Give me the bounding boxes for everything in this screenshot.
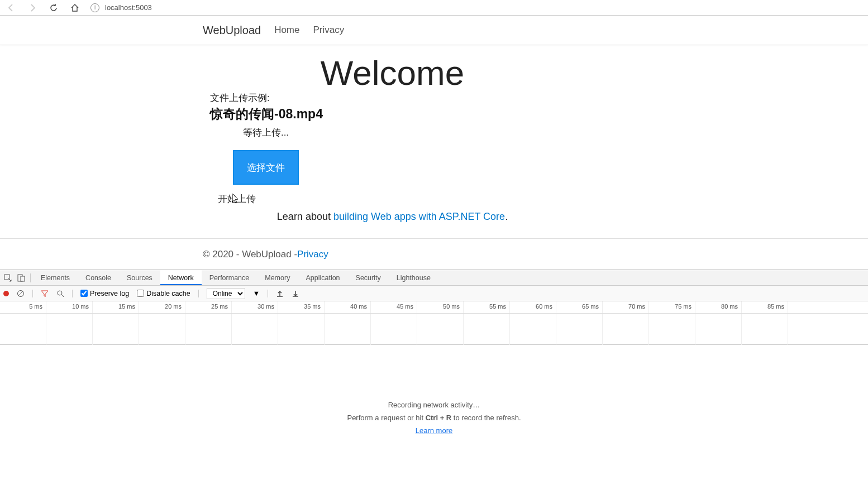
timeline-lane bbox=[185, 314, 232, 345]
empty-hint: Perform a request or hit Ctrl + R to rec… bbox=[347, 414, 521, 422]
timeline-lane bbox=[325, 314, 371, 345]
upload-section: 文件上传示例: 惊奇的传闻-08.mp4 等待上传... 选择文件 开始上传 bbox=[210, 92, 322, 205]
timeline-lane bbox=[417, 314, 464, 345]
timeline-lane bbox=[0, 314, 46, 345]
footer-privacy-link[interactable]: Privacy bbox=[297, 249, 328, 260]
url-text: localhost:5003 bbox=[105, 3, 152, 12]
timeline-tick: 5 ms bbox=[0, 301, 46, 313]
site-info-icon[interactable]: i bbox=[90, 3, 99, 12]
inspect-icon[interactable] bbox=[1, 273, 15, 282]
timeline-tick: 80 ms bbox=[695, 301, 742, 313]
home-icon[interactable] bbox=[70, 3, 79, 12]
disable-cache-label: Disable cache bbox=[146, 290, 190, 297]
timeline-lane bbox=[46, 314, 93, 345]
timeline-tick: 25 ms bbox=[185, 301, 232, 313]
learn-link[interactable]: building Web apps with ASP.NET Core bbox=[333, 211, 505, 222]
tab-network[interactable]: Network bbox=[160, 270, 202, 285]
timeline-lane bbox=[510, 314, 556, 345]
timeline-tick: 10 ms bbox=[46, 301, 93, 313]
disable-cache-checkbox[interactable]: Disable cache bbox=[137, 290, 190, 297]
preserve-log-checkbox[interactable]: Preserve log bbox=[80, 290, 129, 297]
address-bar[interactable]: i localhost:5003 bbox=[90, 3, 152, 12]
timeline-tick: 70 ms bbox=[603, 301, 649, 313]
filter-icon[interactable] bbox=[41, 290, 49, 297]
learn-suffix: . bbox=[505, 211, 508, 222]
preserve-log-label: Preserve log bbox=[90, 290, 129, 297]
preserve-log-input[interactable] bbox=[80, 290, 88, 297]
timeline-lane bbox=[649, 314, 695, 345]
timeline-tick: 15 ms bbox=[93, 301, 139, 313]
tab-elements[interactable]: Elements bbox=[33, 270, 78, 285]
timeline-lane bbox=[742, 314, 788, 345]
upload-har-icon[interactable] bbox=[276, 290, 284, 297]
throttling-select[interactable]: Online bbox=[207, 288, 245, 299]
devtools-tabs: Elements Console Sources Network Perform… bbox=[0, 270, 868, 286]
timeline-tick: 50 ms bbox=[417, 301, 464, 313]
upload-example-label: 文件上传示例: bbox=[210, 92, 322, 104]
nav-privacy[interactable]: Privacy bbox=[313, 25, 345, 36]
timeline-lane bbox=[603, 314, 649, 345]
back-icon[interactable] bbox=[7, 3, 16, 12]
timeline-tick: 85 ms bbox=[742, 301, 788, 313]
download-har-icon[interactable] bbox=[292, 290, 299, 297]
timeline-lane bbox=[93, 314, 139, 345]
timeline-tick: 65 ms bbox=[556, 301, 603, 313]
tab-security[interactable]: Security bbox=[348, 270, 389, 285]
page-title: Welcome bbox=[0, 53, 785, 93]
nav-home[interactable]: Home bbox=[274, 25, 299, 36]
learn-more-link[interactable]: Learn more bbox=[416, 426, 452, 435]
tab-application[interactable]: Application bbox=[298, 270, 347, 285]
learn-prefix: Learn about bbox=[277, 211, 333, 222]
timeline-lane bbox=[556, 314, 603, 345]
tab-memory[interactable]: Memory bbox=[257, 270, 298, 285]
svg-rect-3 bbox=[21, 276, 25, 281]
network-empty-state: Recording network activity… Perform a re… bbox=[0, 345, 868, 490]
site-navbar: WebUpload Home Privacy bbox=[0, 16, 868, 45]
clear-icon[interactable] bbox=[17, 290, 25, 297]
svg-line-5 bbox=[18, 291, 23, 296]
network-timeline[interactable]: 5 ms10 ms15 ms20 ms25 ms30 ms35 ms40 ms4… bbox=[0, 301, 868, 345]
devtools-panel: Elements Console Sources Network Perform… bbox=[0, 270, 868, 490]
empty-title: Recording network activity… bbox=[388, 401, 480, 409]
svg-point-6 bbox=[58, 291, 62, 295]
brand[interactable]: WebUpload bbox=[203, 24, 261, 37]
timeline-tick: 75 ms bbox=[649, 301, 695, 313]
browser-toolbar: i localhost:5003 bbox=[0, 0, 868, 16]
tab-lighthouse[interactable]: Lighthouse bbox=[389, 270, 438, 285]
forward-icon[interactable] bbox=[28, 3, 37, 12]
tab-sources[interactable]: Sources bbox=[119, 270, 160, 285]
learn-text: Learn about building Web apps with ASP.N… bbox=[0, 211, 785, 223]
timeline-tick: 30 ms bbox=[232, 301, 278, 313]
timeline-tick: 45 ms bbox=[371, 301, 417, 313]
footer: © 2020 - WebUpload - Privacy bbox=[0, 238, 868, 270]
disable-cache-input[interactable] bbox=[137, 290, 144, 297]
hint-shortcut: Ctrl + R bbox=[426, 414, 452, 422]
timeline-tick: 60 ms bbox=[510, 301, 556, 313]
timeline-lane bbox=[371, 314, 417, 345]
timeline-tick: 20 ms bbox=[139, 301, 185, 313]
device-icon[interactable] bbox=[15, 273, 28, 282]
timeline-tick: 40 ms bbox=[325, 301, 371, 313]
upload-status: 等待上传... bbox=[210, 126, 322, 139]
search-icon[interactable] bbox=[56, 290, 64, 297]
network-toolbar: Preserve log Disable cache Online ▼ bbox=[0, 286, 868, 301]
selected-filename: 惊奇的传闻-08.mp4 bbox=[210, 105, 322, 123]
tab-performance[interactable]: Performance bbox=[202, 270, 257, 285]
tab-console[interactable]: Console bbox=[78, 270, 119, 285]
timeline-tick: 35 ms bbox=[278, 301, 325, 313]
svg-line-7 bbox=[61, 295, 64, 297]
timeline-tick: 55 ms bbox=[464, 301, 510, 313]
record-icon[interactable] bbox=[3, 291, 9, 296]
copyright: © 2020 - WebUpload - bbox=[203, 249, 297, 260]
timeline-lane bbox=[232, 314, 278, 345]
timeline-lane bbox=[464, 314, 510, 345]
timeline-lane bbox=[139, 314, 185, 345]
timeline-lane bbox=[695, 314, 742, 345]
select-file-button[interactable]: 选择文件 bbox=[234, 151, 298, 184]
start-upload-link[interactable]: 开始上传 bbox=[218, 193, 256, 205]
refresh-icon[interactable] bbox=[49, 3, 58, 12]
timeline-lane bbox=[278, 314, 325, 345]
